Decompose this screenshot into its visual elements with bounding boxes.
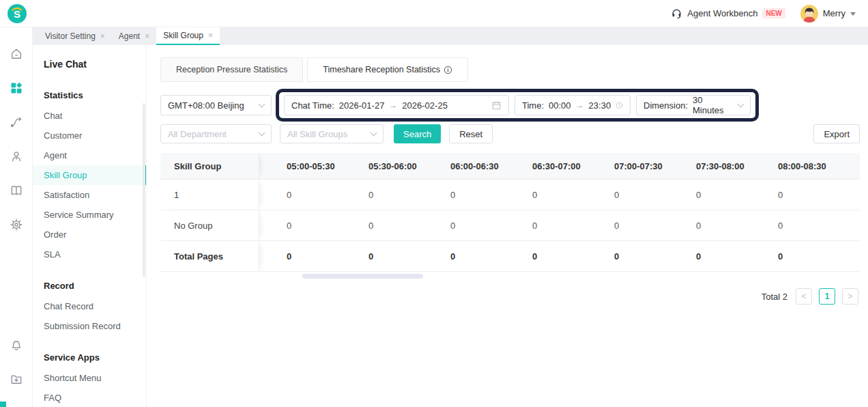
tab-timeshare-reception-statistics[interactable]: Timeshare Reception Statistics bbox=[307, 57, 468, 82]
skill-groups-select[interactable]: All Skill Groups bbox=[280, 124, 384, 143]
sidebar-scrollbar[interactable] bbox=[143, 103, 145, 277]
chat-time-end[interactable]: 2026-02-25 bbox=[402, 100, 448, 111]
time-range-picker[interactable]: Time: 00:00 → 23:30 bbox=[515, 95, 631, 115]
window-tab-agent[interactable]: Agent× bbox=[112, 27, 156, 45]
sidebar-item-satisfaction[interactable]: Satisfaction bbox=[33, 185, 146, 205]
time-start[interactable]: 00:00 bbox=[549, 100, 571, 111]
sidebar-item-faq[interactable]: FAQ bbox=[33, 388, 146, 407]
row-name: 1 bbox=[160, 180, 259, 210]
fixed-column-spacer bbox=[259, 153, 287, 179]
column-header-07-30-08-00: 07:30-08:00 bbox=[696, 153, 778, 179]
route-icon[interactable] bbox=[5, 111, 28, 134]
horizontal-scrollbar-thumb[interactable] bbox=[302, 274, 423, 279]
table-row-no-group: No Group0000000 bbox=[160, 210, 860, 241]
chevron-down-icon bbox=[259, 129, 265, 136]
window-tab-bar: Visitor Setting×Agent×Skill Group× bbox=[33, 27, 868, 45]
sidebar-item-chat[interactable]: Chat bbox=[33, 106, 146, 126]
user-menu[interactable]: Merry bbox=[800, 5, 856, 23]
notifications-bell-icon[interactable] bbox=[5, 333, 28, 356]
reset-button[interactable]: Reset bbox=[449, 124, 493, 143]
pagination: Total 2 < 1 > bbox=[160, 288, 860, 305]
window-tab-label: Agent bbox=[119, 31, 140, 41]
search-button[interactable]: Search bbox=[394, 124, 441, 143]
settings-gear-icon[interactable] bbox=[5, 213, 28, 236]
cell-value: 0 bbox=[614, 241, 696, 271]
pagination-prev-button[interactable]: < bbox=[796, 288, 812, 305]
window-tab-label: Skill Group bbox=[163, 31, 203, 40]
sidebar-section-heading: Service Apps bbox=[44, 348, 146, 368]
fixed-column-spacer bbox=[259, 241, 287, 271]
table-row-1: 10000000 bbox=[160, 180, 860, 210]
column-header-06-30-07-00: 06:30-07:00 bbox=[532, 153, 614, 179]
app-logo[interactable]: S bbox=[7, 3, 33, 24]
range-arrow: → bbox=[389, 100, 397, 110]
chevron-down-icon bbox=[738, 100, 744, 107]
cell-value: 0 bbox=[778, 180, 860, 210]
sidebar-title: Live Chat bbox=[44, 59, 146, 70]
annotation-highlight-box: Chat Time: 2026-01-27 → 2026-02-25 Time: bbox=[276, 89, 759, 122]
sidebar-item-shortcut-menu[interactable]: Shortcut Menu bbox=[33, 368, 146, 388]
window-tab-skill-group[interactable]: Skill Group× bbox=[156, 27, 220, 45]
column-header-06-00-06-30: 06:00-06:30 bbox=[450, 153, 532, 179]
table-row-total-pages: Total Pages0000000 bbox=[160, 241, 860, 272]
cell-value: 0 bbox=[614, 180, 696, 210]
agent-workbench-link[interactable]: Agent Workbench NEW bbox=[671, 8, 785, 19]
sidebar-item-customer[interactable]: Customer bbox=[33, 126, 146, 145]
chat-time-range-picker[interactable]: Chat Time: 2026-01-27 → 2026-02-25 bbox=[284, 95, 509, 115]
dimension-label: Dimension: bbox=[643, 100, 688, 111]
row-name: Total Pages bbox=[160, 241, 259, 271]
home-icon[interactable] bbox=[5, 42, 28, 66]
cell-value: 0 bbox=[287, 241, 368, 271]
close-tab-icon[interactable]: × bbox=[145, 32, 149, 40]
window-tab-label: Visitor Setting bbox=[45, 31, 96, 41]
info-icon[interactable] bbox=[444, 66, 452, 74]
table-body: 10000000No Group0000000Total Pages000000… bbox=[160, 180, 860, 272]
pagination-next-button[interactable]: > bbox=[842, 288, 858, 305]
fixed-column-spacer bbox=[259, 210, 287, 240]
customer-icon[interactable] bbox=[5, 145, 28, 168]
sidebar-item-order[interactable]: Order bbox=[33, 225, 146, 244]
timezone-select[interactable]: GMT+08:00 Beijing bbox=[160, 95, 272, 115]
cell-value: 0 bbox=[368, 210, 450, 240]
pagination-page-1-button[interactable]: 1 bbox=[819, 288, 835, 305]
sidebar-section-record: RecordChat RecordSubmission Record bbox=[44, 277, 146, 336]
sidebar-section-heading: Record bbox=[44, 277, 146, 296]
sidebar-item-sla[interactable]: SLA bbox=[33, 244, 146, 264]
avatar bbox=[800, 5, 818, 23]
statistics-table: Skill Group05:00-05:3005:30-06:0006:00-0… bbox=[160, 153, 860, 272]
sidebar-section-statistics: StatisticsChatCustomerAgentSkill GroupSa… bbox=[44, 86, 146, 264]
cell-value: 0 bbox=[696, 210, 778, 240]
corner-accent bbox=[0, 402, 6, 407]
sidebar-item-submission-record[interactable]: Submission Record bbox=[33, 316, 146, 336]
sidebar-section-service-apps: Service AppsShortcut MenuFAQPre-query Fo… bbox=[44, 348, 146, 407]
chat-time-start[interactable]: 2026-01-27 bbox=[339, 100, 385, 111]
cell-value: 0 bbox=[450, 210, 532, 240]
cell-value: 0 bbox=[696, 180, 778, 210]
cell-value: 0 bbox=[287, 180, 368, 210]
downloads-folder-icon[interactable] bbox=[5, 367, 28, 391]
close-tab-icon[interactable]: × bbox=[100, 32, 105, 40]
clock-icon[interactable] bbox=[616, 100, 623, 111]
tab-reception-pressure-statistics[interactable]: Reception Pressure Statistics bbox=[160, 57, 303, 82]
filter-row-secondary: All Department All Skill Groups Search R… bbox=[160, 124, 860, 143]
sidebar-item-chat-record[interactable]: Chat Record bbox=[33, 296, 146, 316]
chevron-down-icon bbox=[371, 129, 377, 136]
department-select[interactable]: All Department bbox=[160, 124, 272, 143]
cell-value: 0 bbox=[532, 180, 614, 210]
knowledge-base-icon[interactable] bbox=[5, 179, 28, 202]
close-tab-icon[interactable]: × bbox=[208, 31, 213, 40]
time-end[interactable]: 23:30 bbox=[589, 100, 611, 111]
dimension-select[interactable]: Dimension: 30 Minutes bbox=[636, 95, 751, 115]
sidebar-item-agent[interactable]: Agent bbox=[33, 145, 146, 165]
time-label: Time: bbox=[522, 100, 544, 111]
calendar-icon[interactable] bbox=[491, 100, 502, 111]
window-tab-visitor-setting[interactable]: Visitor Setting× bbox=[38, 27, 112, 45]
logo-icon: S bbox=[7, 3, 27, 24]
apps-grid-icon[interactable] bbox=[5, 76, 28, 100]
user-name: Merry bbox=[823, 8, 845, 18]
svg-text:S: S bbox=[14, 8, 20, 20]
sidebar-item-skill-group[interactable]: Skill Group bbox=[33, 165, 146, 185]
export-button[interactable]: Export bbox=[813, 124, 860, 143]
sidebar-item-service-summary[interactable]: Service Summary bbox=[33, 205, 146, 225]
dimension-value: 30 Minutes bbox=[693, 95, 734, 115]
